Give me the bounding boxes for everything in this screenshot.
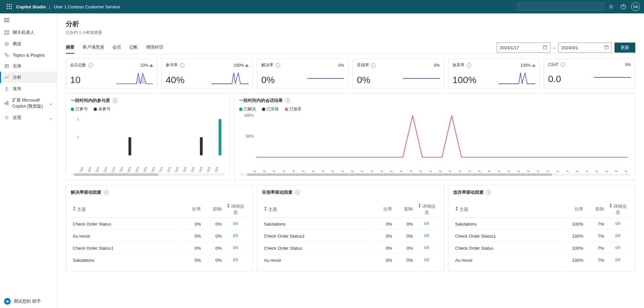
legend-item: 已呈报: [262, 106, 279, 112]
detail-link-icon[interactable]: [615, 246, 621, 251]
info-icon[interactable]: i: [88, 63, 93, 68]
table-row: Salutations0% 0%: [71, 255, 247, 266]
grid-icon: [4, 30, 9, 35]
info-icon[interactable]: i: [104, 190, 109, 195]
tab-3[interactable]: 记帐: [129, 42, 138, 54]
kpi-card-4: 放弃率 i 100% 100%: [448, 59, 540, 88]
svg-text:2/9/24: 2/9/24: [474, 170, 482, 172]
kpi-delta: 20%: [140, 63, 153, 68]
chart-scrollbar[interactable]: [71, 173, 225, 176]
svg-text:1/17/24: 1/17/24: [249, 170, 257, 172]
info-icon[interactable]: i: [275, 63, 280, 68]
detail-link-icon[interactable]: [232, 222, 238, 227]
date-from-input[interactable]: 2024/1/17: [497, 43, 550, 53]
svg-text:1/26/24: 1/26/24: [149, 167, 156, 172]
kpi-card-1: 参与率 i 100% 40%: [161, 59, 253, 88]
svg-text:1/29/24: 1/29/24: [173, 167, 179, 172]
svg-text:1/24/24: 1/24/24: [317, 170, 325, 172]
col-topic[interactable]: ▲▼ 主题: [454, 201, 564, 218]
svg-line-23: [6, 55, 7, 55]
info-icon[interactable]: i: [371, 63, 376, 68]
sidebar-item-plus[interactable]: 概述: [0, 38, 57, 50]
detail-link-icon[interactable]: [232, 234, 238, 239]
environment-name[interactable]: User 1 Contoso Customer Service: [54, 4, 120, 9]
sidebar-item-topics[interactable]: Topics & Plugins: [0, 50, 57, 60]
tab-4[interactable]: 增强对话: [146, 42, 163, 54]
col-topic[interactable]: ▲▼ 主题: [263, 201, 373, 218]
detail-link-icon[interactable]: [615, 258, 621, 263]
driver-panel-2: 放弃率驱动因素i ▲▼ 主题 比率 影响 ▲▼ 详细信息 Salutations…: [448, 185, 635, 271]
svg-point-32: [6, 117, 7, 118]
col-topic[interactable]: ▲▼ 主题: [71, 201, 181, 218]
svg-rect-0: [7, 4, 8, 5]
sidebar-item-grid[interactable]: 聊天机器人: [0, 27, 57, 38]
svg-text:2/21/24: 2/21/24: [591, 170, 599, 172]
detail-link-icon[interactable]: [424, 222, 430, 227]
legend-item: 已放弃: [285, 106, 302, 112]
detail-link-icon[interactable]: [615, 234, 621, 239]
tab-0[interactable]: 摘要: [66, 42, 74, 54]
sidebar-item-gear[interactable]: 设置⌄: [0, 112, 57, 123]
col-rate[interactable]: 比率: [373, 201, 393, 218]
col-detail[interactable]: ▲▼ 详细信息: [606, 201, 630, 218]
col-impact[interactable]: 影响: [203, 201, 223, 218]
col-rate[interactable]: 比率: [565, 201, 585, 218]
test-copilot-button[interactable]: 测试您的 助手: [0, 295, 57, 308]
detail-link-icon[interactable]: [424, 234, 430, 239]
refresh-button[interactable]: 更新: [614, 43, 635, 53]
detail-link-icon[interactable]: [424, 246, 430, 251]
svg-text:2/15/24: 2/15/24: [532, 170, 540, 172]
svg-text:1/19/24: 1/19/24: [94, 167, 100, 172]
sidebar-item-label: 实体: [13, 63, 21, 69]
sidebar-item-label: 分析: [13, 74, 21, 80]
tab-2[interactable]: 会话: [112, 42, 121, 54]
svg-text:1/25/24: 1/25/24: [327, 170, 335, 172]
sparkline: [498, 71, 535, 85]
svg-text:2/2/24: 2/2/24: [205, 167, 211, 172]
hamburger-icon[interactable]: [0, 13, 13, 27]
legend-item: 已解决: [239, 106, 256, 112]
col-detail[interactable]: ▲▼ 详细信息: [415, 201, 438, 218]
chart-scrollbar[interactable]: [239, 173, 630, 176]
info-icon[interactable]: i: [113, 98, 117, 103]
svg-text:100%: 100%: [244, 114, 254, 117]
col-rate[interactable]: 比率: [182, 201, 202, 218]
chart-icon: [4, 75, 9, 80]
detail-link-icon[interactable]: [615, 222, 621, 227]
col-detail[interactable]: ▲▼ 详细信息: [224, 201, 247, 218]
svg-text:2/10/24: 2/10/24: [483, 170, 491, 172]
date-to-input[interactable]: 2024/3/1: [558, 43, 612, 53]
kpi-card-0: 会话总数 i 20% 10: [66, 59, 157, 88]
user-avatar[interactable]: SA: [631, 2, 640, 11]
detail-link-icon[interactable]: [232, 258, 238, 263]
kpi-delta: 100%: [520, 63, 535, 68]
svg-text:50%: 50%: [246, 134, 254, 138]
svg-text:2/1/24: 2/1/24: [197, 167, 203, 172]
info-icon[interactable]: i: [295, 190, 300, 195]
col-impact[interactable]: 影响: [585, 201, 605, 218]
sidebar-item-entity[interactable]: 实体: [0, 60, 57, 72]
detail-link-icon[interactable]: [424, 258, 430, 263]
info-icon[interactable]: i: [285, 98, 290, 103]
info-icon[interactable]: i: [486, 190, 491, 195]
sidebar-item-upload[interactable]: 发布: [0, 83, 57, 95]
kpi-delta: 0%: [434, 63, 440, 68]
svg-rect-3: [7, 6, 8, 7]
col-impact[interactable]: 影响: [394, 201, 414, 218]
help-icon[interactable]: [618, 1, 629, 12]
sidebar-item-chart[interactable]: 分析: [0, 72, 57, 83]
tab-1[interactable]: 客户满意度: [83, 42, 104, 54]
info-icon[interactable]: i: [560, 62, 565, 67]
svg-rect-1: [9, 4, 10, 5]
settings-icon[interactable]: [606, 1, 616, 12]
waffle-icon[interactable]: [4, 1, 15, 12]
detail-link-icon[interactable]: [232, 246, 238, 251]
bot-icon: [4, 298, 11, 305]
table-row: Check Order Status100% 7%: [454, 243, 630, 254]
svg-text:2/3/24: 2/3/24: [213, 167, 219, 172]
kpi-delta: 0%: [625, 62, 631, 67]
info-icon[interactable]: i: [180, 63, 184, 68]
sidebar-item-extend[interactable]: 扩展 Microsoft Copilot (预览版)⌄: [0, 95, 57, 112]
info-icon[interactable]: i: [467, 63, 471, 68]
environment-switcher[interactable]: [517, 2, 604, 11]
